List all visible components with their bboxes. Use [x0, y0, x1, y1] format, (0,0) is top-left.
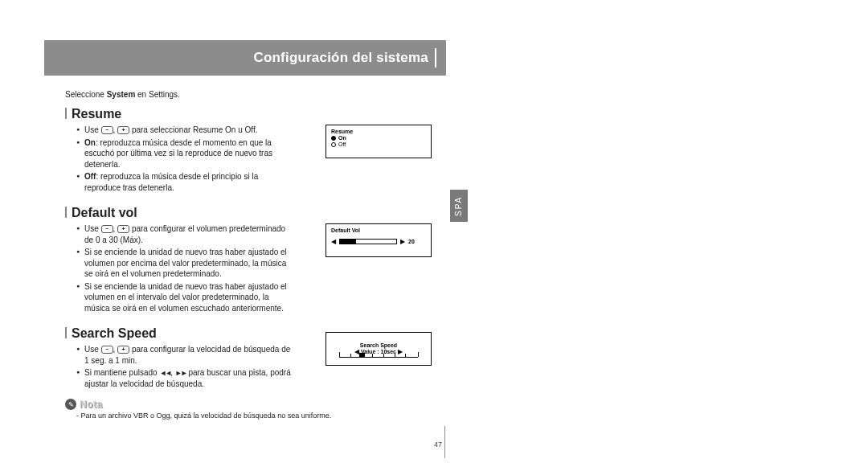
header-bar: Configuración del sistema: [44, 40, 446, 76]
lcd-resume-title: Resume: [331, 129, 426, 134]
tick: [339, 352, 340, 357]
text: para seleccionar Resume On u Off.: [132, 125, 258, 134]
text: para configurar la velocidad de búsqueda…: [84, 345, 290, 365]
vol-value: 20: [408, 239, 415, 244]
radio-filled-icon: [331, 136, 336, 141]
header-divider: [435, 48, 436, 68]
lcd-defvol-title: Default Vol: [331, 227, 426, 233]
page-number: 47: [434, 440, 442, 448]
lcd-resume: Resume On Off: [326, 125, 432, 158]
intro-line: Seleccione System en Settings.: [65, 90, 446, 99]
note-icon: ✎: [65, 399, 76, 410]
section-title-resume: Resume: [65, 107, 446, 121]
intro-prefix: Seleccione: [65, 90, 107, 99]
tick: [350, 354, 351, 357]
lcd-on-text: On: [338, 135, 346, 141]
text: : reproduzca la música desde el principi…: [84, 172, 258, 192]
note-text: - Para un archivo VBR o Ogg, quizá la ve…: [76, 412, 446, 420]
search-use-line: Use −, + para configurar la velocidad de…: [76, 344, 293, 366]
plus-icon: +: [117, 225, 129, 233]
text: Use: [84, 345, 101, 354]
text: para configurar el volumen predeterminad…: [84, 224, 285, 244]
page-title: Configuración del sistema: [253, 40, 428, 76]
text: Use: [84, 125, 101, 134]
radio-empty-icon: [331, 142, 336, 147]
section-title-default-vol: Default vol: [65, 206, 446, 220]
plus-icon: +: [117, 126, 129, 134]
plus-icon: +: [117, 346, 129, 354]
tick: [405, 354, 406, 357]
center-divider: [444, 426, 445, 458]
note-row: ✎ Nota: [65, 399, 446, 410]
minus-icon: −: [101, 225, 113, 233]
intro-bold: System: [107, 90, 136, 99]
defvol-b2: Si se enciende la unidad de nuevo tras h…: [76, 247, 293, 280]
resume-on-line: On: reproduzca música desde el momento e…: [76, 137, 293, 170]
defvol-use-line: Use −, + para configurar el volumen pred…: [76, 223, 293, 245]
text: Si mantiene pulsado: [84, 368, 159, 377]
note-label: Nota: [80, 399, 103, 410]
tick: [395, 354, 395, 357]
minus-icon: −: [101, 346, 113, 354]
lcd-defvol-slider: ◀ ▶ 20: [331, 238, 426, 245]
left-arrow-icon: ◀: [331, 238, 336, 245]
tick: [372, 354, 373, 357]
intro-suffix: en Settings.: [135, 90, 180, 99]
rewind-icon: ◄◄: [159, 369, 170, 377]
fast-forward-icon: ►►: [175, 369, 186, 377]
lcd-off-text: Off: [338, 141, 346, 147]
lcd-resume-off-row: Off: [331, 141, 426, 147]
ruler: [339, 350, 418, 358]
defvol-b3: Si se enciende la unidad de nuevo tras h…: [76, 281, 293, 314]
lcd-default-vol: Default Vol ◀ ▶ 20: [326, 223, 432, 257]
off-label: Off: [84, 172, 96, 181]
text: Use: [84, 224, 101, 233]
tick: [418, 352, 419, 357]
resume-off-line: Off: reproduzca la música desde el princ…: [76, 171, 293, 193]
search-b2: Si mantiene pulsado ◄◄, ►► para buscar u…: [76, 367, 293, 389]
on-label: On: [84, 138, 96, 147]
lcd-search-title: Search Speed: [331, 342, 426, 348]
lcd-search-speed: Search Speed ◀ Value : 10sec ▶: [326, 332, 432, 366]
minus-icon: −: [101, 126, 113, 134]
ruler-marker-icon: [359, 353, 365, 357]
vol-bar-track: [339, 239, 397, 244]
resume-use-line: Use −, + para seleccionar Resume On u Of…: [76, 125, 293, 136]
language-tab: SPA: [450, 190, 468, 222]
lcd-resume-on-row: On: [331, 135, 426, 141]
vol-bar-fill: [340, 240, 356, 244]
right-arrow-icon: ▶: [400, 238, 405, 245]
tick: [383, 354, 384, 357]
text: : reproduzca música desde el momento en …: [84, 138, 272, 169]
